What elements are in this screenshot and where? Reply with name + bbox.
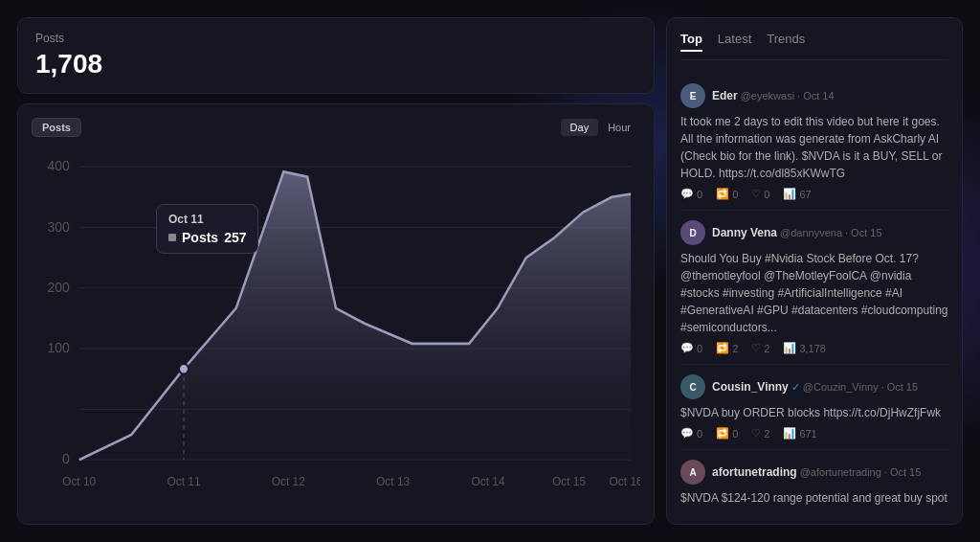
avatar: C (680, 374, 705, 399)
tweet-actions: 💬0 🔁2 ♡2 📊3,178 (680, 342, 948, 354)
tweet-header: E Eder @eyekwasi · Oct 14 (680, 83, 948, 108)
tweet-item: A afortunetrading @afortunetrading · Oct… (680, 450, 948, 510)
tweet-name: Eder (712, 89, 738, 102)
action-comment: 💬0 (680, 342, 702, 354)
comment-count: 0 (697, 343, 702, 354)
chart-tooltip: Oct 11 Posts 257 (156, 204, 258, 254)
tweet-header: A afortunetrading @afortunetrading · Oct… (680, 460, 948, 485)
tweet-text: Should You Buy #Nvidia Stock Before Oct.… (680, 250, 948, 336)
tweet-text: $NVDA buy ORDER blocks https://t.co/DjHw… (680, 404, 948, 421)
action-views: 📊67 (783, 188, 811, 200)
tweet-name: Danny Vena (712, 226, 777, 239)
like-icon: ♡ (751, 188, 761, 200)
avatar: D (680, 220, 705, 245)
tweet-date: Oct 15 (887, 381, 918, 393)
comment-count: 0 (697, 189, 702, 200)
svg-text:Oct 13: Oct 13 (376, 474, 410, 487)
tweet-meta: Danny Vena @dannyvena · Oct 15 (712, 226, 882, 239)
action-like: ♡2 (751, 427, 769, 440)
action-like: ♡2 (751, 342, 769, 354)
action-views: 📊3,178 (783, 342, 826, 354)
posts-badge: Posts (32, 118, 81, 137)
tooltip-date: Oct 11 (168, 213, 246, 226)
retweet-icon: 🔁 (716, 342, 729, 354)
svg-text:Oct 12: Oct 12 (272, 474, 305, 487)
tweet-item: E Eder @eyekwasi · Oct 14 It took me 2 d… (680, 74, 948, 211)
retweet-count: 2 (732, 343, 738, 354)
views-icon: 📊 (783, 427, 796, 440)
comment-count: 0 (697, 428, 702, 440)
stats-label: Posts (35, 32, 636, 45)
tooltip-label: Posts (182, 230, 218, 245)
tweet-handle: @afortunetrading (800, 466, 881, 478)
tab-top[interactable]: Top (680, 32, 702, 52)
action-retweet: 🔁0 (716, 427, 738, 440)
tooltip-value: 257 (224, 230, 246, 245)
tweet-date: Oct 15 (890, 466, 921, 478)
tweet-item: D Danny Vena @dannyvena · Oct 15 Should … (680, 211, 948, 365)
views-icon: 📊 (783, 188, 796, 200)
tweet-header: C Cousin_Vinny ✓ @Couzin_Vinny · Oct 15 (680, 374, 948, 399)
action-comment: 💬0 (680, 188, 702, 200)
tweet-name: afortunetrading (712, 465, 797, 479)
verified-badge: ✓ (791, 381, 800, 394)
tooltip-row: Posts 257 (168, 230, 246, 245)
svg-point-12 (179, 364, 189, 374)
tweet-date: · (881, 381, 884, 393)
tab-latest[interactable]: Latest (718, 32, 751, 52)
tweet-text: It took me 2 days to edit this video but… (680, 113, 948, 182)
svg-text:Oct 16: Oct 16 (610, 474, 640, 487)
tweet-handle: @Couzin_Vinny (803, 381, 879, 393)
stats-card: Posts 1,708 (17, 17, 655, 94)
tweet-date: · (797, 90, 800, 102)
like-icon: ♡ (751, 342, 761, 354)
svg-text:Oct 11: Oct 11 (167, 474, 200, 487)
svg-text:200: 200 (48, 280, 70, 295)
svg-text:Oct 15: Oct 15 (552, 474, 586, 487)
left-panel: Posts 1,708 Posts Day Hour Oct 11 Posts (17, 17, 655, 525)
hour-button[interactable]: Hour (598, 119, 640, 136)
chart-header: Posts Day Hour (32, 118, 640, 137)
avatar: E (680, 83, 705, 108)
tweet-actions: 💬0 🔁0 ♡0 📊67 (680, 188, 948, 200)
views-icon: 📊 (783, 342, 796, 354)
tweet-meta: Eder @eyekwasi · Oct 14 (712, 89, 835, 102)
like-count: 2 (764, 428, 769, 440)
views-count: 671 (799, 428, 816, 440)
tweet-meta: Cousin_Vinny ✓ @Couzin_Vinny · Oct 15 (712, 380, 918, 394)
avatar: A (680, 460, 705, 485)
action-comment: 💬0 (680, 427, 702, 440)
comment-icon: 💬 (680, 427, 694, 440)
svg-text:Oct 10: Oct 10 (62, 474, 96, 487)
tweet-meta: afortunetrading @afortunetrading · Oct 1… (712, 465, 921, 479)
chart-area: Oct 11 Posts 257 400 (32, 147, 640, 510)
tweet-date: · (845, 227, 848, 238)
retweet-icon: 🔁 (716, 427, 729, 440)
svg-text:0: 0 (62, 451, 70, 466)
like-icon: ♡ (751, 427, 761, 440)
tweet-handle: @eyekwasi (741, 90, 794, 102)
tweet-handle: @dannyvena (780, 227, 842, 238)
chart-card: Posts Day Hour Oct 11 Posts 257 (17, 103, 655, 525)
tooltip-dot (168, 234, 176, 241)
views-count: 67 (799, 189, 811, 200)
svg-text:100: 100 (48, 340, 70, 355)
svg-text:300: 300 (48, 218, 70, 234)
retweet-count: 0 (732, 189, 738, 200)
like-count: 2 (764, 343, 769, 354)
tweet-text: $NVDA $124-120 range potential and great… (680, 489, 948, 507)
comment-icon: 💬 (680, 188, 694, 200)
comment-icon: 💬 (680, 342, 694, 354)
retweet-icon: 🔁 (716, 188, 729, 200)
tab-trends[interactable]: Trends (767, 32, 805, 52)
time-toggle: Day Hour (561, 119, 640, 136)
retweet-count: 0 (732, 428, 738, 440)
tweet-date: · (884, 466, 887, 478)
svg-text:400: 400 (48, 158, 70, 173)
tweet-header: D Danny Vena @dannyvena · Oct 15 (680, 220, 948, 245)
svg-text:Oct 14: Oct 14 (471, 474, 504, 487)
like-count: 0 (764, 189, 769, 200)
action-retweet: 🔁2 (716, 342, 738, 354)
day-button[interactable]: Day (561, 119, 599, 136)
tweets-list: E Eder @eyekwasi · Oct 14 It took me 2 d… (680, 74, 948, 510)
